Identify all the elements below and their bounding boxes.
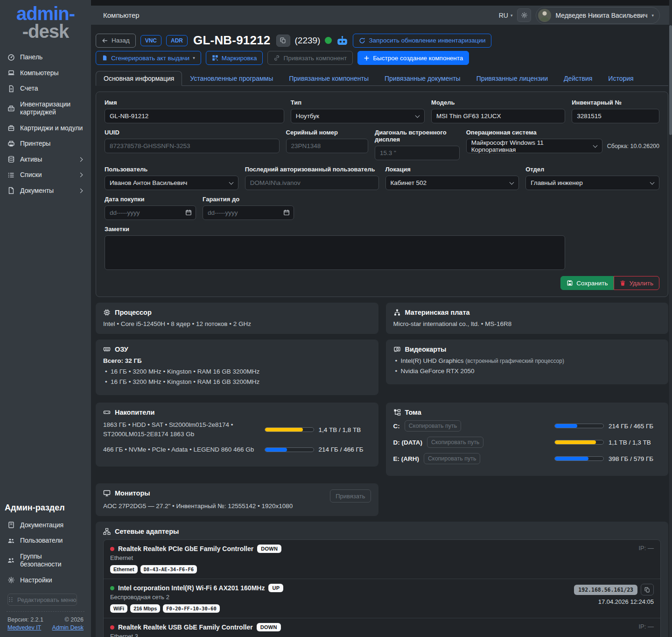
app-logo: admin- -desk [0, 0, 91, 43]
tab-installed-programs[interactable]: Установленные программы [182, 71, 281, 86]
cpu-icon [103, 309, 111, 316]
motherboard-card: Материнская плата Micro-star internation… [386, 303, 669, 334]
copy-path-button[interactable]: Скопировать путь [405, 420, 461, 432]
database-icon [7, 156, 15, 163]
link-icon [273, 55, 280, 61]
tab-general-info[interactable]: Основная информация [96, 71, 182, 86]
gpu-name: Nvidia GeForce RTX 2050 [401, 368, 475, 375]
uuid-label: UUID [105, 129, 280, 136]
page-scrollbar[interactable] [669, 0, 672, 637]
model-input[interactable] [431, 109, 565, 123]
tab-linked-licenses[interactable]: Привязанные лицензии [469, 71, 556, 86]
sidebar-nav: Панель Компьютеры Счета Инвентаризации к… [0, 50, 91, 198]
vnc-badge[interactable]: VNC [140, 35, 161, 46]
name-label: Имя [105, 99, 284, 106]
location-select[interactable]: Кабинет 502 [385, 176, 519, 190]
speedometer-icon [7, 54, 15, 61]
storage-details: 466 ГБ • NVMe • PCIe • Adata • LEGEND 86… [103, 445, 260, 454]
copy-path-button[interactable]: Скопировать путь [427, 437, 483, 448]
language-label: RU [499, 12, 508, 19]
user-select[interactable]: Иванов Антон Васильевич [105, 176, 238, 190]
sidebar-item-cartridges-modules[interactable]: Картриджи и модули [0, 120, 91, 136]
user-value: Иванов Антон Васильевич [110, 179, 187, 186]
computer-header: Назад VNC ADR GL-NB-91212 (2239) Запроси… [96, 33, 668, 48]
generate-act-label: Сгенерировать акт выдачи [111, 55, 189, 62]
sidebar-item-computers[interactable]: Компьютеры [0, 65, 91, 81]
adr-badge[interactable]: ADR [166, 35, 188, 46]
sidebar-item-documentation[interactable]: Документация [0, 517, 91, 533]
sidebar-item-label: Пользователи [20, 537, 84, 545]
copy-ip-button[interactable] [641, 584, 654, 595]
sidebar: admin- -desk Панель Компьютеры Счета Инв… [0, 0, 91, 637]
ram-card-title: ОЗУ [115, 346, 128, 353]
gpu-note: (встроенный графический процессор) [465, 358, 564, 364]
back-button[interactable]: Назад [96, 34, 136, 48]
qr-icon [212, 55, 218, 61]
settings-button[interactable] [517, 8, 531, 22]
warranty-date-input[interactable] [203, 205, 294, 220]
bind-monitor-button[interactable]: Привязать [330, 489, 371, 503]
volume-name: D: (DATA) [393, 439, 422, 446]
adapter-type-badge: WiFi [110, 604, 127, 613]
chevron-down-icon: ▾ [193, 56, 195, 60]
adapter-subtitle: Беспроводная сеть 2 [110, 594, 567, 601]
volume-usage-text: 398 ГБ / 579 ГБ [609, 455, 661, 462]
sidebar-item-settings[interactable]: Настройки [0, 573, 91, 588]
adapter-name: Intel corporation Intel(R) Wi-Fi 6 AX201… [118, 584, 265, 592]
sidebar-item-lists[interactable]: Списки [0, 167, 91, 183]
sidebar-item-label: Документы [20, 187, 74, 195]
copyright: © 2026 [65, 616, 84, 623]
tab-actions[interactable]: Действия [556, 71, 600, 86]
language-selector[interactable]: RU ▾ [499, 12, 513, 19]
edit-menu-button[interactable]: Редактировать меню [7, 594, 77, 606]
sidebar-item-dashboard[interactable]: Панель [0, 50, 91, 65]
marking-button[interactable]: Маркировка [206, 51, 263, 65]
volume-usage-bar [554, 456, 604, 461]
topbar: Компьютер RU ▾ Медведев Никита Васильеви… [91, 6, 672, 25]
department-value: Главный инженер [531, 179, 583, 186]
computer-name: GL-NB-91212 [193, 33, 270, 48]
storage-card: Накопители 1863 ГБ • HDD • SAT • St2000l… [96, 403, 378, 467]
sidebar-item-invoices[interactable]: Счета [0, 81, 91, 97]
request-inventory-update-button[interactable]: Запросить обновление инвентаризации [353, 34, 491, 48]
cartridge-icon [7, 124, 15, 132]
tab-history[interactable]: История [600, 71, 641, 86]
scrollbar-thumb[interactable] [669, 25, 672, 135]
delete-button[interactable]: Удалить [614, 276, 659, 290]
storage-item: 1863 ГБ • HDD • SAT • St2000lm015-2e8174… [103, 420, 371, 439]
adapter-subtitle: Ethernet 3 [110, 633, 567, 637]
chevron-down-icon [415, 113, 420, 118]
sidebar-item-documents[interactable]: Документы [0, 183, 91, 199]
tab-linked-components[interactable]: Привязанные компоненты [281, 71, 377, 86]
tab-linked-documents[interactable]: Привязанные документы [377, 71, 469, 86]
type-select[interactable]: Ноутбук [291, 109, 425, 123]
company-link[interactable]: Medvedev IT [7, 624, 41, 631]
department-select[interactable]: Главный инженер [525, 176, 659, 190]
purchase-date-input[interactable] [105, 205, 196, 220]
computer-id-count: (2239) [295, 35, 321, 46]
sidebar-item-assets[interactable]: Активы [0, 152, 91, 168]
name-input[interactable] [105, 109, 284, 123]
sidebar-item-security-groups[interactable]: Группы безопасности [0, 549, 91, 573]
type-value: Ноутбук [296, 113, 319, 120]
copy-icon [280, 37, 286, 43]
generate-act-button[interactable]: Сгенерировать акт выдачи ▾ [96, 51, 201, 65]
bind-component-button[interactable]: Привязать компонент [267, 51, 353, 65]
quick-create-component-button[interactable]: Быстрое создание компонента [357, 51, 469, 65]
app-link[interactable]: Admin Desk [52, 624, 84, 631]
inventory-number-input[interactable] [572, 109, 659, 123]
copy-path-button[interactable]: Скопировать путь [424, 453, 480, 464]
sidebar-item-cartridge-inventories[interactable]: Инвентаризации картриджей [0, 97, 91, 120]
sidebar-item-printers[interactable]: Принтеры [0, 136, 91, 152]
os-select[interactable]: Майкрософт Windows 11 Корпоративная [466, 139, 602, 153]
online-status-dot [325, 37, 332, 44]
user-menu[interactable]: Медведев Никита Васильевич ▾ [536, 7, 660, 24]
copy-name-button[interactable] [276, 35, 290, 47]
sidebar-item-label: Настройки [20, 576, 84, 585]
adapter-name: Realtek Realtek USB GbE Family Controlle… [118, 623, 253, 631]
model-label: Модель [431, 99, 565, 106]
network-icon [103, 528, 111, 535]
save-button[interactable]: Сохранить [560, 276, 614, 290]
sidebar-item-users[interactable]: Пользователи [0, 533, 91, 549]
notes-textarea[interactable] [105, 235, 565, 270]
